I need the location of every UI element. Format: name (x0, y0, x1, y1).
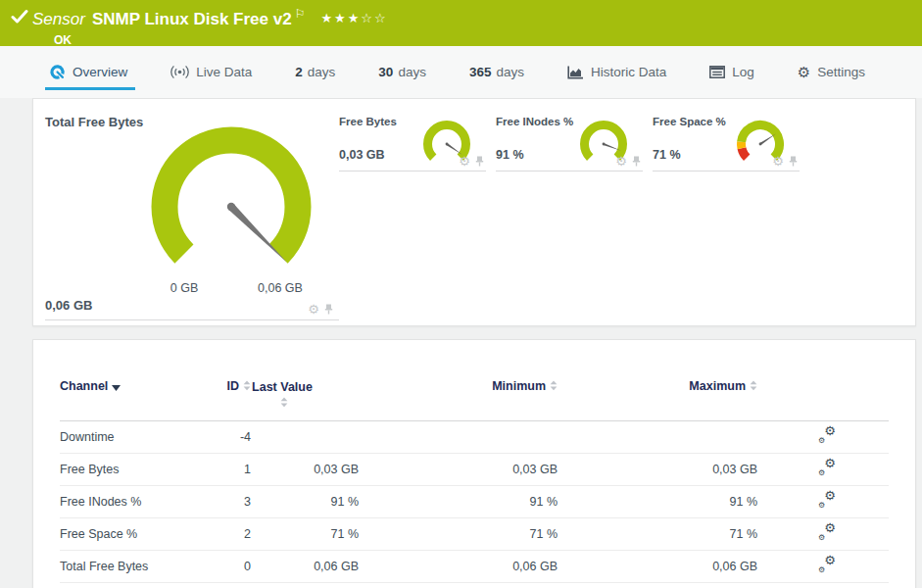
pin-icon[interactable] (632, 156, 641, 167)
gauge-value: 0,03 GB (339, 148, 385, 162)
channel-settings-cell: ⚙⚙ (757, 557, 889, 576)
channel-row-total-free-bytes: Total Free Bytes 0 0,06 GB 0,06 GB 0,06 … (60, 551, 889, 583)
gauge-settings-icon[interactable]: ⚙ (308, 303, 319, 316)
channel-row-downtime: Downtime -4 ⚙⚙ (60, 421, 889, 454)
overview-content: Total Free Bytes 0 GB 0,06 GB 0,06 GB ⚙ … (0, 98, 922, 588)
tab-label: days (496, 65, 524, 79)
channel-maximum: 91 % (558, 495, 757, 509)
channel-row-free-inodes: Free INodes % 3 91 % 91 % 91 % ⚙⚙ (60, 486, 889, 518)
tab-label: Log (732, 65, 754, 79)
gauge-dial: 0 GB 0,06 GB (143, 113, 329, 301)
sensor-status-badge: OK (54, 33, 388, 47)
free-bytes-gauge-widget: Free Bytes 0,03 GB ⚙ (339, 111, 486, 172)
gauge-settings-icon[interactable]: ⚙ (459, 155, 470, 168)
channel-maximum: 0,06 GB (558, 560, 757, 573)
tab-label: days (308, 65, 336, 79)
pin-icon[interactable] (475, 156, 484, 167)
tab-label: Historic Data (591, 65, 666, 79)
sensor-title-row: SensorSNMP Linux Disk Free v2⚐★★★☆☆ (32, 4, 388, 29)
mini-gauges: Free Bytes 0,03 GB ⚙ Free INodes % 91 % … (339, 111, 800, 325)
tab-log[interactable]: Log (709, 46, 754, 98)
gauge-value: 71 % (653, 148, 681, 162)
tab-number: 30 (378, 65, 393, 79)
column-header-last-value[interactable]: Last Value (251, 379, 359, 411)
channel-id: 1 (192, 463, 251, 476)
sort-desc-icon (112, 385, 121, 391)
pin-icon[interactable] (789, 156, 798, 167)
tab-label: Overview (73, 65, 127, 79)
channel-settings-cell: ⚙⚙ (757, 524, 889, 544)
channel-minimum: 0,06 GB (359, 560, 558, 573)
channels-table: ChannelIDLast Value MinimumMaximumDownti… (60, 340, 889, 583)
gear-icon: ⚙ (798, 65, 810, 79)
gauge-settings-icon[interactable]: ⚙ (615, 155, 627, 168)
object-kind-label: Sensor (32, 10, 85, 28)
channel-id: -4 (192, 430, 251, 444)
column-header-channel[interactable]: Channel (60, 379, 192, 393)
channel-last-value: 0,06 GB (251, 560, 359, 573)
gauge-widget-buttons: ⚙ (772, 155, 798, 168)
gauge-icon (49, 64, 66, 80)
column-header-id[interactable]: ID (192, 379, 251, 393)
flag-icon[interactable]: ⚐ (295, 7, 306, 21)
channel-last-value: 91 % (251, 495, 359, 509)
gauge-value: 91 % (496, 148, 524, 162)
channel-settings-button[interactable]: ⚙⚙ (818, 492, 837, 509)
channel-minimum: 0,03 GB (359, 463, 558, 476)
tab-30-days[interactable]: 30days (378, 46, 426, 98)
pin-icon[interactable] (324, 304, 333, 315)
channel-name: Free INodes % (60, 495, 192, 509)
channel-id: 2 (192, 527, 251, 541)
channel-id: 0 (192, 560, 251, 573)
channel-minimum: 91 % (359, 495, 558, 509)
sort-icon (550, 380, 558, 391)
sort-icon (280, 397, 288, 408)
sensor-status-header: SensorSNMP Linux Disk Free v2⚐★★★☆☆ OK (0, 0, 922, 46)
channel-last-value: 0,03 GB (251, 463, 359, 476)
tab-settings[interactable]: ⚙Settings (798, 46, 865, 98)
tab-label: Settings (817, 65, 865, 79)
chart-icon (567, 66, 584, 79)
channel-name: Free Space % (60, 527, 192, 541)
channel-settings-button[interactable]: ⚙⚙ (818, 427, 837, 444)
gauge-value: 0,06 GB (45, 298, 92, 313)
tab-overview[interactable]: Overview (49, 46, 127, 98)
tab-bar: OverviewLive Data2days30days365daysHisto… (0, 46, 922, 98)
column-header-max[interactable]: Maximum (558, 379, 757, 393)
free-space-gauge-widget: Free Space % 71 % ⚙ (653, 111, 800, 172)
total-free-bytes-gauge-widget: Total Free Bytes 0 GB 0,06 GB 0,06 GB ⚙ (45, 111, 339, 320)
channel-settings-button[interactable]: ⚙⚙ (818, 524, 837, 541)
channel-name: Total Free Bytes (60, 560, 192, 573)
tab-number: 365 (469, 65, 492, 79)
svg-text:0,06 GB: 0,06 GB (258, 281, 303, 295)
channels-table-panel: ChannelIDLast Value MinimumMaximumDownti… (32, 339, 916, 588)
gauges-panel: Total Free Bytes 0 GB 0,06 GB 0,06 GB ⚙ … (32, 98, 916, 326)
channel-settings-cell: ⚙⚙ (757, 460, 889, 479)
sort-icon (750, 380, 757, 391)
sensor-title: SNMP Linux Disk Free v2 (92, 10, 292, 28)
tab-number: 2 (295, 65, 303, 79)
ok-check-icon (11, 9, 28, 24)
priority-stars[interactable]: ★★★☆☆ (320, 11, 387, 25)
channel-name: Downtime (60, 430, 192, 444)
channel-settings-button[interactable]: ⚙⚙ (818, 460, 837, 476)
gauge-widget-buttons: ⚙ (459, 155, 484, 168)
channel-settings-cell: ⚙⚙ (757, 427, 889, 447)
channel-name: Free Bytes (60, 463, 192, 476)
channel-maximum: 71 % (558, 527, 757, 541)
channel-settings-button[interactable]: ⚙⚙ (818, 557, 837, 573)
tab-2-days[interactable]: 2days (295, 46, 335, 98)
tab-label: Live Data (196, 65, 252, 79)
tab-historic-data[interactable]: Historic Data (567, 46, 666, 98)
tab-live-data[interactable]: Live Data (170, 46, 252, 98)
tab-365-days[interactable]: 365days (469, 46, 524, 98)
channel-id: 3 (192, 495, 251, 509)
column-header-min[interactable]: Minimum (359, 379, 558, 393)
tab-label: days (398, 65, 426, 79)
gauge-widget-buttons: ⚙ (308, 303, 333, 316)
channel-settings-cell: ⚙⚙ (757, 492, 889, 512)
channel-row-free-space: Free Space % 2 71 % 71 % 71 % ⚙⚙ (60, 518, 889, 551)
gauge-settings-icon[interactable]: ⚙ (772, 155, 784, 168)
channel-minimum: 71 % (359, 527, 558, 541)
gauge-widget-buttons: ⚙ (615, 155, 641, 168)
